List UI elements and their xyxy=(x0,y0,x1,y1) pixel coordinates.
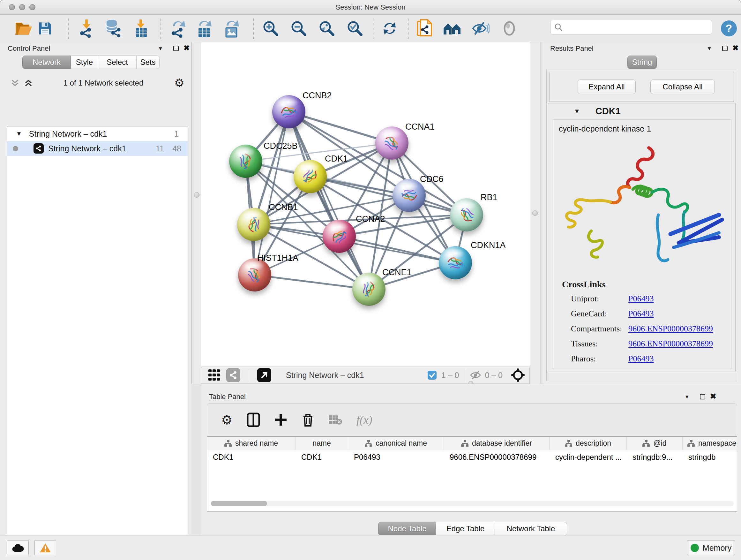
table-cell[interactable]: 9606.ENSP00000378699 xyxy=(444,450,549,464)
splitter-handle[interactable] xyxy=(532,210,538,216)
table-row[interactable]: CDK1CDK1P064939606.ENSP00000378699cyclin… xyxy=(207,450,737,464)
table-horizontal-scrollbar[interactable] xyxy=(211,501,734,506)
network-node-CCNE1[interactable] xyxy=(352,273,386,306)
cloud-status-button[interactable] xyxy=(7,541,29,555)
network-collection-row[interactable]: ▼ String Network – cdk1 1 xyxy=(7,126,188,141)
network-options-gear-icon[interactable]: ⚙ xyxy=(174,76,185,90)
network-node-CCNA2[interactable] xyxy=(323,220,356,253)
help-icon[interactable]: ? xyxy=(721,20,737,37)
tab-node-table[interactable]: Node Table xyxy=(378,522,436,536)
table-cell[interactable]: stringdb xyxy=(683,450,741,464)
table-cell[interactable]: CDK1 xyxy=(207,450,295,464)
tab-network[interactable]: Network xyxy=(22,56,71,69)
control-panel-float-icon[interactable] xyxy=(173,46,179,51)
show-panel-eye-icon[interactable] xyxy=(502,21,517,36)
import-network-file-icon[interactable] xyxy=(78,19,94,38)
export-network-icon[interactable] xyxy=(170,19,186,38)
table-panel-menu-icon[interactable]: ▾ xyxy=(685,393,689,400)
column-header-shared-name[interactable]: shared name xyxy=(207,437,295,450)
crosslink-link[interactable]: P06493 xyxy=(628,294,654,304)
delete-column-trash-icon[interactable] xyxy=(301,413,314,427)
tab-style[interactable]: Style xyxy=(71,56,98,69)
scrollbar-thumb[interactable] xyxy=(211,501,267,506)
network-node-CDC25B[interactable] xyxy=(229,145,262,178)
control-panel-close-icon[interactable]: ✖ xyxy=(184,44,190,52)
network-row-selected[interactable]: String Network – cdk1 11 48 xyxy=(7,141,188,156)
zoom-out-icon[interactable] xyxy=(290,20,307,37)
network-node-RB1[interactable] xyxy=(450,198,483,232)
warnings-button[interactable] xyxy=(35,541,56,555)
tab-edge-table[interactable]: Edge Table xyxy=(436,522,495,536)
right-panel-splitter[interactable] xyxy=(530,42,541,384)
left-panel-splitter[interactable] xyxy=(192,42,202,384)
zoom-in-icon[interactable] xyxy=(262,20,279,37)
network-edge[interactable] xyxy=(255,112,289,275)
collection-expander-icon[interactable]: ▼ xyxy=(16,130,22,137)
zoom-fit-icon[interactable] xyxy=(319,20,335,37)
string-view-icon[interactable] xyxy=(226,368,240,382)
table-cell[interactable]: stringdb:9... xyxy=(627,450,683,464)
network-node-CDKN1A[interactable] xyxy=(439,246,472,279)
table-panel-float-icon[interactable] xyxy=(700,394,705,399)
export-image-icon[interactable] xyxy=(223,19,240,38)
table-panel-close-icon[interactable]: ✖ xyxy=(710,392,716,401)
control-panel-menu-icon[interactable]: ▾ xyxy=(159,45,162,52)
crosslink-link[interactable]: 9606.ENSP00000378699 xyxy=(628,324,713,334)
tab-network-table[interactable]: Network Table xyxy=(495,522,567,536)
network-edge[interactable] xyxy=(289,112,369,289)
memory-button[interactable]: Memory xyxy=(687,541,735,555)
results-panel-float-icon[interactable] xyxy=(722,46,728,51)
gene-section-header[interactable]: ▼ CDK1 xyxy=(548,104,735,119)
column-header-canonical-name[interactable]: canonical name xyxy=(348,437,444,450)
network-canvas[interactable]: CCNB2CCNA1CDC25BCDK1CDC6RB1CCNB1CCNA2CDK… xyxy=(201,42,530,367)
birds-eye-crosshair-icon[interactable] xyxy=(511,368,525,382)
table-cell[interactable]: cyclin-dependent ... xyxy=(549,450,627,464)
network-node-CCNA1[interactable] xyxy=(375,126,408,160)
save-session-icon[interactable] xyxy=(38,21,52,36)
show-columns-icon[interactable] xyxy=(247,413,260,427)
open-session-doc-icon[interactable] xyxy=(416,19,433,38)
tab-select[interactable]: Select xyxy=(98,56,137,69)
table-cell[interactable]: P06493 xyxy=(348,450,444,464)
crosslink-link[interactable]: P06493 xyxy=(628,354,654,364)
column-header-namespace[interactable]: namespace xyxy=(683,437,741,450)
network-edge[interactable] xyxy=(255,275,369,289)
tab-string[interactable]: String xyxy=(627,56,657,69)
crosslink-link[interactable]: 9606.ENSP00000378699 xyxy=(628,339,713,349)
export-table-icon[interactable] xyxy=(196,19,212,38)
open-file-icon[interactable] xyxy=(15,21,32,36)
network-node-CDK1[interactable] xyxy=(293,160,327,193)
expand-all-chevron-icon[interactable] xyxy=(24,79,32,87)
results-panel-close-icon[interactable]: ✖ xyxy=(732,44,738,52)
tab-sets[interactable]: Sets xyxy=(137,56,159,69)
zoom-selected-icon[interactable] xyxy=(347,20,363,37)
network-node-CCNB2[interactable] xyxy=(272,95,306,128)
network-node-CCNB1[interactable] xyxy=(237,208,270,241)
network-edge[interactable] xyxy=(339,236,455,263)
column-header-description[interactable]: description xyxy=(549,437,627,450)
network-node-HIST1H1A[interactable] xyxy=(238,258,271,292)
hide-panel-eye-slash-icon[interactable] xyxy=(472,20,489,37)
import-network-database-icon[interactable] xyxy=(104,19,122,38)
column-header-name[interactable]: name xyxy=(295,437,348,450)
node-label-CCNB2: CCNB2 xyxy=(302,91,332,101)
results-panel-menu-icon[interactable]: ▾ xyxy=(708,45,711,52)
refresh-icon[interactable] xyxy=(382,20,398,37)
collapse-all-chevron-icon[interactable] xyxy=(11,79,19,87)
table-options-gear-icon[interactable]: ⚙ xyxy=(221,413,232,427)
crosslink-link[interactable]: P06493 xyxy=(628,309,654,319)
add-column-icon[interactable] xyxy=(274,413,287,427)
detach-view-icon[interactable] xyxy=(257,368,271,382)
column-header-database-identifier[interactable]: database identifier xyxy=(444,437,549,450)
search-input[interactable] xyxy=(565,23,705,31)
table-cell[interactable]: CDK1 xyxy=(295,450,348,464)
import-table-icon[interactable] xyxy=(134,19,149,38)
column-header--id[interactable]: @id xyxy=(627,437,683,450)
collapse-all-button[interactable]: Collapse All xyxy=(650,79,715,94)
section-expander-icon[interactable]: ▼ xyxy=(574,108,580,115)
home-icon[interactable] xyxy=(443,21,462,36)
splitter-handle[interactable] xyxy=(194,192,199,198)
grid-view-icon[interactable] xyxy=(208,369,220,381)
expand-all-button[interactable]: Expand All xyxy=(578,79,636,94)
selected-checkbox-icon[interactable] xyxy=(427,370,437,380)
